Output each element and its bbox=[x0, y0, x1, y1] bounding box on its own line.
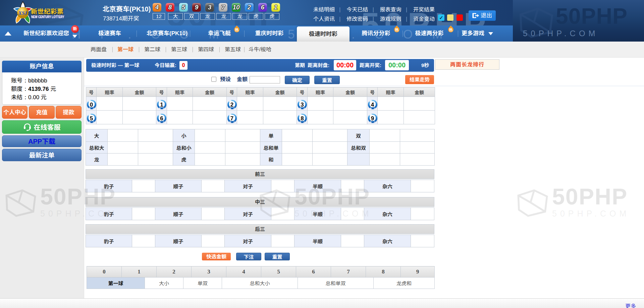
svg-text:热: 热 bbox=[449, 27, 453, 32]
svg-text:热: 热 bbox=[395, 27, 399, 32]
svg-text:XSJ: XSJ bbox=[18, 10, 27, 16]
svg-text:热: 热 bbox=[235, 27, 239, 32]
